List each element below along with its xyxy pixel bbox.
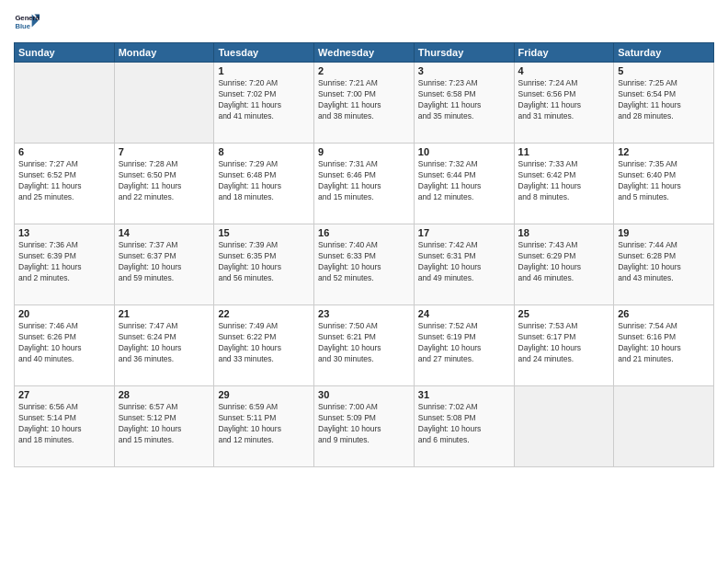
calendar-cell: 10Sunrise: 7:32 AM Sunset: 6:44 PM Dayli… [414, 144, 514, 224]
day-number: 29 [218, 389, 310, 400]
day-number: 9 [318, 146, 410, 157]
weekday-header: Tuesday [214, 43, 314, 63]
day-info: Sunrise: 7:42 AM Sunset: 6:31 PM Dayligh… [418, 240, 510, 284]
day-info: Sunrise: 7:24 AM Sunset: 6:56 PM Dayligh… [518, 78, 610, 122]
svg-text:General: General [15, 14, 40, 22]
day-info: Sunrise: 7:28 AM Sunset: 6:50 PM Dayligh… [119, 159, 210, 203]
calendar-cell: 16Sunrise: 7:40 AM Sunset: 6:33 PM Dayli… [314, 224, 415, 305]
day-info: Sunrise: 6:57 AM Sunset: 5:12 PM Dayligh… [119, 402, 210, 446]
day-number: 4 [518, 65, 610, 76]
calendar-week-row: 1Sunrise: 7:20 AM Sunset: 7:02 PM Daylig… [15, 63, 714, 144]
calendar-table: SundayMondayTuesdayWednesdayThursdayFrid… [14, 42, 714, 467]
calendar-cell: 15Sunrise: 7:39 AM Sunset: 6:35 PM Dayli… [214, 224, 314, 305]
calendar-cell: 30Sunrise: 7:00 AM Sunset: 5:09 PM Dayli… [314, 386, 415, 467]
calendar-cell [114, 63, 214, 144]
day-number: 13 [18, 227, 110, 238]
calendar-cell: 24Sunrise: 7:52 AM Sunset: 6:19 PM Dayli… [414, 305, 514, 386]
weekday-header: Sunday [15, 43, 115, 63]
calendar-cell: 9Sunrise: 7:31 AM Sunset: 6:46 PM Daylig… [314, 144, 415, 224]
calendar-cell: 13Sunrise: 7:36 AM Sunset: 6:39 PM Dayli… [15, 224, 115, 305]
day-info: Sunrise: 6:56 AM Sunset: 5:14 PM Dayligh… [18, 402, 110, 446]
day-number: 25 [518, 308, 610, 319]
day-number: 16 [318, 227, 410, 238]
day-number: 19 [618, 227, 710, 238]
day-info: Sunrise: 7:02 AM Sunset: 5:08 PM Dayligh… [418, 402, 510, 446]
day-info: Sunrise: 7:31 AM Sunset: 6:46 PM Dayligh… [318, 159, 410, 203]
day-info: Sunrise: 7:37 AM Sunset: 6:37 PM Dayligh… [119, 240, 210, 284]
day-info: Sunrise: 6:59 AM Sunset: 5:11 PM Dayligh… [218, 402, 310, 446]
weekday-header: Wednesday [314, 43, 415, 63]
day-number: 30 [318, 389, 410, 400]
day-info: Sunrise: 7:43 AM Sunset: 6:29 PM Dayligh… [518, 240, 610, 284]
calendar-cell: 22Sunrise: 7:49 AM Sunset: 6:22 PM Dayli… [214, 305, 314, 386]
day-number: 15 [218, 227, 310, 238]
day-info: Sunrise: 7:00 AM Sunset: 5:09 PM Dayligh… [318, 402, 410, 446]
day-info: Sunrise: 7:36 AM Sunset: 6:39 PM Dayligh… [18, 240, 110, 284]
calendar-week-row: 13Sunrise: 7:36 AM Sunset: 6:39 PM Dayli… [15, 224, 714, 305]
day-number: 17 [418, 227, 510, 238]
calendar-cell [15, 63, 115, 144]
day-number: 23 [318, 308, 410, 319]
weekday-header: Saturday [614, 43, 714, 63]
calendar-cell: 23Sunrise: 7:50 AM Sunset: 6:21 PM Dayli… [314, 305, 415, 386]
calendar-week-row: 20Sunrise: 7:46 AM Sunset: 6:26 PM Dayli… [15, 305, 714, 386]
weekday-header: Thursday [414, 43, 514, 63]
weekday-header: Friday [514, 43, 614, 63]
calendar-cell: 5Sunrise: 7:25 AM Sunset: 6:54 PM Daylig… [614, 63, 714, 144]
day-number: 3 [418, 65, 510, 76]
day-info: Sunrise: 7:33 AM Sunset: 6:42 PM Dayligh… [518, 159, 610, 203]
day-info: Sunrise: 7:44 AM Sunset: 6:28 PM Dayligh… [618, 240, 710, 284]
day-info: Sunrise: 7:29 AM Sunset: 6:48 PM Dayligh… [218, 159, 310, 203]
day-number: 31 [418, 389, 510, 400]
calendar-cell: 2Sunrise: 7:21 AM Sunset: 7:00 PM Daylig… [314, 63, 415, 144]
calendar-week-row: 6Sunrise: 7:27 AM Sunset: 6:52 PM Daylig… [15, 144, 714, 224]
calendar-week-row: 27Sunrise: 6:56 AM Sunset: 5:14 PM Dayli… [15, 386, 714, 467]
day-number: 2 [318, 65, 410, 76]
day-info: Sunrise: 7:27 AM Sunset: 6:52 PM Dayligh… [18, 159, 110, 203]
day-info: Sunrise: 7:47 AM Sunset: 6:24 PM Dayligh… [119, 321, 210, 365]
calendar-cell: 11Sunrise: 7:33 AM Sunset: 6:42 PM Dayli… [514, 144, 614, 224]
day-info: Sunrise: 7:54 AM Sunset: 6:16 PM Dayligh… [618, 321, 710, 365]
day-number: 5 [618, 65, 710, 76]
day-number: 24 [418, 308, 510, 319]
day-info: Sunrise: 7:25 AM Sunset: 6:54 PM Dayligh… [618, 78, 710, 122]
day-number: 22 [218, 308, 310, 319]
page: General Blue SundayMondayTuesdayWednesda… [0, 0, 728, 563]
calendar-cell: 25Sunrise: 7:53 AM Sunset: 6:17 PM Dayli… [514, 305, 614, 386]
day-number: 27 [18, 389, 110, 400]
day-info: Sunrise: 7:40 AM Sunset: 6:33 PM Dayligh… [318, 240, 410, 284]
day-info: Sunrise: 7:35 AM Sunset: 6:40 PM Dayligh… [618, 159, 710, 203]
calendar-cell: 29Sunrise: 6:59 AM Sunset: 5:11 PM Dayli… [214, 386, 314, 467]
calendar-cell: 28Sunrise: 6:57 AM Sunset: 5:12 PM Dayli… [114, 386, 214, 467]
day-number: 7 [119, 146, 210, 157]
day-info: Sunrise: 7:23 AM Sunset: 6:58 PM Dayligh… [418, 78, 510, 122]
day-number: 6 [18, 146, 110, 157]
day-info: Sunrise: 7:39 AM Sunset: 6:35 PM Dayligh… [218, 240, 310, 284]
day-info: Sunrise: 7:32 AM Sunset: 6:44 PM Dayligh… [418, 159, 510, 203]
day-number: 28 [119, 389, 210, 400]
day-info: Sunrise: 7:46 AM Sunset: 6:26 PM Dayligh… [18, 321, 110, 365]
calendar-cell [614, 386, 714, 467]
calendar-cell: 27Sunrise: 6:56 AM Sunset: 5:14 PM Dayli… [15, 386, 115, 467]
calendar-cell: 8Sunrise: 7:29 AM Sunset: 6:48 PM Daylig… [214, 144, 314, 224]
day-number: 14 [119, 227, 210, 238]
day-info: Sunrise: 7:49 AM Sunset: 6:22 PM Dayligh… [218, 321, 310, 365]
day-number: 20 [18, 308, 110, 319]
calendar-cell: 12Sunrise: 7:35 AM Sunset: 6:40 PM Dayli… [614, 144, 714, 224]
day-number: 12 [618, 146, 710, 157]
calendar-cell: 20Sunrise: 7:46 AM Sunset: 6:26 PM Dayli… [15, 305, 115, 386]
day-info: Sunrise: 7:20 AM Sunset: 7:02 PM Dayligh… [218, 78, 310, 122]
header-row: SundayMondayTuesdayWednesdayThursdayFrid… [15, 43, 714, 63]
day-number: 8 [218, 146, 310, 157]
calendar-cell: 31Sunrise: 7:02 AM Sunset: 5:08 PM Dayli… [414, 386, 514, 467]
day-number: 26 [618, 308, 710, 319]
calendar-cell: 19Sunrise: 7:44 AM Sunset: 6:28 PM Dayli… [614, 224, 714, 305]
day-number: 11 [518, 146, 610, 157]
day-info: Sunrise: 7:50 AM Sunset: 6:21 PM Dayligh… [318, 321, 410, 365]
calendar-cell: 1Sunrise: 7:20 AM Sunset: 7:02 PM Daylig… [214, 63, 314, 144]
weekday-header: Monday [114, 43, 214, 63]
logo-icon: General Blue [14, 9, 40, 35]
day-info: Sunrise: 7:53 AM Sunset: 6:17 PM Dayligh… [518, 321, 610, 365]
svg-text:Blue: Blue [15, 22, 30, 30]
day-number: 10 [418, 146, 510, 157]
